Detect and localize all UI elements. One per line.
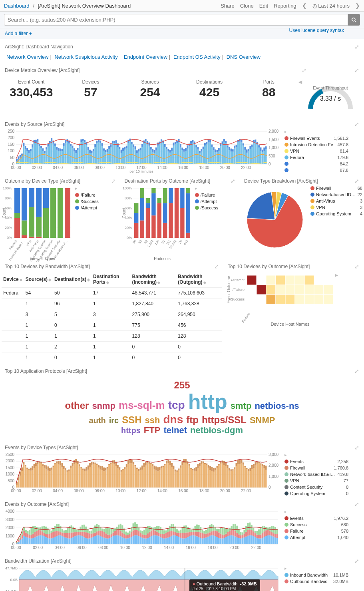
table-header[interactable]: Destination Ports◆ bbox=[91, 271, 131, 288]
table-row[interactable]: 101775456 bbox=[2, 320, 222, 331]
navlink[interactable]: Network Suspicious Activity bbox=[54, 54, 117, 60]
expand-icon[interactable]: ⤢ bbox=[354, 178, 359, 184]
legend-item[interactable]: Firewall68 bbox=[310, 186, 362, 191]
expand-icon[interactable]: ⤢ bbox=[302, 67, 306, 74]
navlink[interactable]: Endpoint OS Activity bbox=[173, 54, 221, 60]
expand-icon[interactable]: ⤢ bbox=[354, 501, 359, 507]
legend-item[interactable]: Intrusion Detection Ev457.8 bbox=[284, 142, 348, 147]
table-header[interactable]: Bandwidth (Outgoing)◆ bbox=[176, 271, 222, 288]
wordcloud-word[interactable]: netbios-dgm bbox=[189, 426, 245, 435]
wordcloud-word[interactable]: telnet bbox=[162, 426, 189, 435]
legend-item[interactable]: Inbound Bandwidth10.1MB bbox=[284, 573, 348, 577]
chart-outcome-by-device[interactable]: 0%20%40%60%80%100%FirewallNetwork-based.… bbox=[2, 186, 74, 262]
expand-icon[interactable]: ⤢ bbox=[354, 44, 359, 50]
wordcloud-word[interactable]: auth bbox=[88, 416, 107, 425]
table-header[interactable]: Source(s)◆ bbox=[24, 271, 53, 288]
expand-icon[interactable]: ⤢ bbox=[354, 444, 359, 451]
time-prev-icon[interactable]: ❮ bbox=[302, 2, 307, 9]
wordcloud-word[interactable]: FTP bbox=[142, 426, 162, 435]
legend-item[interactable]: VPN77 bbox=[284, 478, 348, 483]
wordcloud-word[interactable]: http bbox=[187, 390, 229, 413]
wordcloud-word[interactable]: tcp bbox=[167, 399, 187, 412]
expand-icon[interactable]: ⤢ bbox=[354, 263, 359, 270]
clone-button[interactable]: Clone bbox=[240, 3, 254, 9]
table-header[interactable]: Device◆ bbox=[2, 271, 24, 288]
breadcrumb-root[interactable]: Dashboard bbox=[4, 3, 30, 9]
chart-events-device-types[interactable]: 0500100015002000250001,0002,0003,00000:0… bbox=[2, 452, 281, 496]
wordcloud-word[interactable]: ms-sql-m bbox=[117, 400, 167, 411]
navlink[interactable]: Endpoint Overview bbox=[124, 54, 167, 60]
search-button[interactable] bbox=[348, 14, 360, 26]
table-row[interactable]: 12100 bbox=[2, 342, 222, 352]
wordcloud-word[interactable]: snmp bbox=[90, 401, 117, 411]
expand-icon[interactable]: ⤢ bbox=[354, 121, 359, 127]
time-next-icon[interactable]: ❯ bbox=[355, 2, 360, 9]
reporting-button[interactable]: Reporting bbox=[274, 3, 296, 9]
legend-item[interactable]: Network-based IDS/IPS22 bbox=[310, 192, 362, 197]
legend-item[interactable]: VPN81.4 bbox=[284, 149, 348, 153]
legend-item[interactable]: /Success bbox=[75, 199, 107, 204]
edit-button[interactable]: Edit bbox=[259, 3, 268, 9]
legend-item[interactable]: Events2,258 bbox=[284, 459, 348, 464]
legend-item[interactable]: /Failure bbox=[195, 193, 227, 197]
chart-dest-ports[interactable]: 0%20%40%60%80%100%8053221,4341352116127,… bbox=[121, 186, 193, 262]
expand-icon[interactable]: ⤢ bbox=[354, 368, 359, 374]
legend-item[interactable]: Success630 bbox=[284, 522, 348, 527]
legend-item[interactable]: VPN3 bbox=[310, 205, 362, 210]
expand-icon[interactable]: ⤢ bbox=[231, 178, 235, 184]
legend-item[interactable]: Operating System0 bbox=[284, 491, 348, 496]
legend-item[interactable]: Outbound Bandwid-32.0MB bbox=[284, 579, 348, 584]
legend-item[interactable]: /Success bbox=[195, 205, 227, 210]
expand-icon[interactable]: ⤢ bbox=[214, 263, 219, 270]
chart-heatmap[interactable]: /Attempt/Failure/SuccessEvent OutcomeFed… bbox=[225, 271, 340, 339]
legend-item[interactable]: 84.2 bbox=[284, 161, 348, 166]
wordcloud-word[interactable]: 255 bbox=[172, 380, 191, 390]
timerange-picker[interactable]: ◴ Last 24 hours bbox=[312, 3, 350, 9]
legend-item[interactable]: Firewall Events1,561.2 bbox=[284, 136, 348, 141]
wordcloud-word[interactable]: ftp bbox=[185, 415, 200, 425]
table-row[interactable]: 19611,827,8401,763,328 bbox=[2, 298, 222, 309]
legend-item[interactable]: Failure570 bbox=[284, 529, 348, 533]
navlink[interactable]: Network Overview bbox=[6, 54, 48, 60]
chart-events-by-source[interactable]: 05010015020025005001,0001,5002,00000:000… bbox=[2, 129, 281, 173]
legend-item[interactable]: /Failure bbox=[75, 193, 107, 197]
wordcloud-word[interactable]: other bbox=[63, 400, 90, 411]
legend-item[interactable]: Firewall1,760.8 bbox=[284, 466, 348, 470]
chart-events-outcome[interactable]: 0100020003000400000:0002:0004:0006:0008:… bbox=[2, 509, 281, 553]
legend-item[interactable]: Events1,976.2 bbox=[284, 516, 348, 521]
expand-icon[interactable]: ⤢ bbox=[111, 178, 116, 184]
query-syntax-hint[interactable]: Uses lucene query syntax bbox=[289, 28, 344, 33]
wordcloud-word[interactable]: smtp bbox=[229, 401, 253, 411]
expand-icon[interactable]: ⤢ bbox=[354, 558, 359, 564]
wordcloud-word[interactable]: netbios-ns bbox=[253, 401, 300, 411]
legend-item[interactable]: Attempt1,040 bbox=[284, 535, 348, 540]
chart-device-breakdown[interactable] bbox=[241, 186, 309, 254]
add-filter-button[interactable]: Add a filter + bbox=[5, 31, 32, 36]
wordcloud-word[interactable]: irc bbox=[107, 416, 120, 425]
table-row[interactable]: Fedora54501748,543,771775,106,603 bbox=[2, 288, 222, 298]
table-header[interactable]: Destination(s)◆ bbox=[53, 271, 91, 288]
wordcloud-word[interactable]: SSH bbox=[120, 415, 143, 425]
table-row[interactable]: 10100 bbox=[2, 352, 222, 363]
wordcloud-word[interactable]: ssh bbox=[143, 416, 162, 425]
table-row[interactable]: 111128128 bbox=[2, 331, 222, 342]
navlink[interactable]: DNS Overview bbox=[227, 54, 261, 60]
table-header[interactable]: Bandwidth (Incoming)◆ bbox=[131, 271, 177, 288]
wordcloud-word[interactable]: SNMP bbox=[248, 416, 277, 425]
table-row[interactable]: 353275,800264,950 bbox=[2, 309, 222, 320]
expand-icon[interactable]: ⤢ bbox=[354, 67, 359, 74]
legend-item[interactable]: Fedora179.6 bbox=[284, 155, 348, 160]
legend-item[interactable]: 87.8 bbox=[284, 168, 348, 173]
wordcloud[interactable]: 255othersnmpms-sql-mtcphttpsmtpnetbios-n… bbox=[2, 376, 362, 440]
wordcloud-word[interactable]: https/SSL bbox=[200, 415, 248, 425]
legend-item[interactable]: Anti-Virus3 bbox=[310, 199, 362, 203]
wordcloud-word[interactable]: https bbox=[119, 426, 142, 435]
legend-item[interactable]: /Attempt bbox=[195, 199, 227, 204]
wordcloud-word[interactable]: dns bbox=[161, 414, 185, 426]
legend-item[interactable]: Operating System4 bbox=[310, 211, 362, 216]
chart-bandwidth-util[interactable]: 47.7MB0.0B-47.7MB-95.4MB00:0002:0004:000… bbox=[2, 566, 281, 591]
legend-item[interactable]: Content Security0 bbox=[284, 485, 348, 490]
legend-item[interactable]: Network-based IDS/IPS419.8 bbox=[284, 472, 348, 477]
search-input[interactable] bbox=[4, 14, 348, 26]
share-button[interactable]: Share bbox=[221, 3, 235, 9]
